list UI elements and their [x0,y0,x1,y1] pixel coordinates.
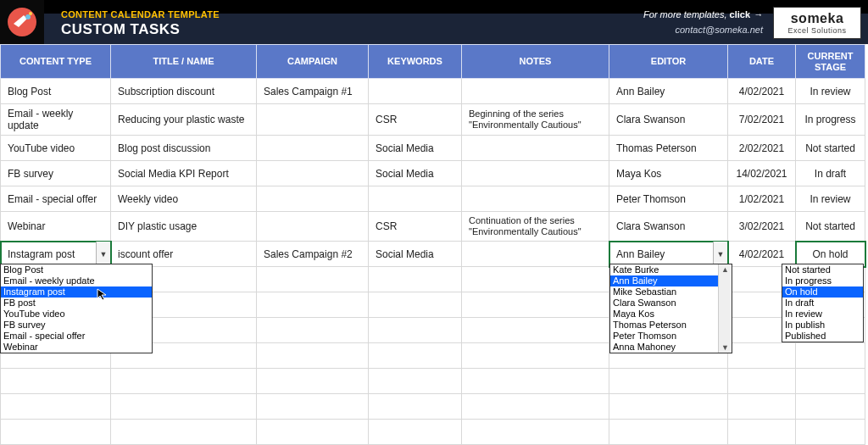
table-cell[interactable] [111,394,257,420]
table-cell[interactable]: In review [796,79,865,104]
table-cell[interactable]: Reducing your plastic waste [111,104,257,136]
table-cell[interactable] [462,242,609,267]
dropdown-option[interactable]: Mike Sebastian [610,286,718,298]
col-title[interactable]: TITLE / NAME [111,45,257,79]
table-cell[interactable]: Blog post discussion [111,136,257,161]
dropdown-option[interactable]: Peter Thomson [610,331,718,342]
table-cell[interactable]: Social Media [369,136,462,161]
table-cell[interactable]: 2/02/2021 [728,136,796,161]
table-cell[interactable] [462,79,609,104]
dropdown-option[interactable]: On hold [782,286,863,298]
table-cell[interactable]: Clara Swanson [609,212,728,242]
table-cell[interactable] [111,369,257,394]
table-cell[interactable] [796,420,865,445]
table-cell[interactable] [462,343,609,369]
table-cell[interactable] [1,420,111,445]
table-cell[interactable] [609,394,728,420]
dropdown-editor[interactable]: ▲ ▼ Kate BurkeAnn BaileyMike SebastianCl… [609,264,732,353]
table-row-empty[interactable] [1,394,865,420]
table-cell[interactable] [369,318,462,343]
table-cell[interactable]: Sales Campaign #2 [257,242,369,267]
dropdown-option[interactable]: FB post [1,298,152,309]
table-cell[interactable]: Continuation of the series "Environmenta… [462,212,609,242]
table-cell[interactable]: Beginning of the series "Environmentally… [462,104,609,136]
table-row[interactable]: Email - weekly updateReducing your plast… [1,104,865,136]
table-cell[interactable] [609,369,728,394]
table-cell[interactable] [257,212,369,242]
table-cell[interactable] [462,318,609,343]
table-cell[interactable] [257,394,369,420]
dropdown-option[interactable]: Published [782,331,863,342]
table-cell[interactable] [728,394,796,420]
table-row[interactable]: Email - special offerWeekly videoPeter T… [1,186,865,212]
table-cell[interactable] [369,394,462,420]
table-cell[interactable]: Peter Thomson [609,186,728,212]
table-row[interactable]: YouTube videoBlog post discussionSocial … [1,136,865,161]
table-cell[interactable] [462,267,609,292]
table-cell[interactable] [1,369,111,394]
table-cell[interactable]: Thomas Peterson [609,136,728,161]
dropdown-option[interactable]: FB survey [1,320,152,331]
table-row-empty[interactable] [1,369,865,394]
dropdown-scrollbar[interactable]: ▲ ▼ [718,264,732,353]
table-cell[interactable] [257,343,369,369]
dropdown-option[interactable]: In publish [782,320,863,331]
table-cell[interactable] [257,161,369,186]
table-row-empty[interactable] [1,420,865,445]
table-cell[interactable]: 4/02/2021 [728,79,796,104]
more-templates-link[interactable]: For more templates, click→ [643,9,763,19]
table-cell[interactable] [462,292,609,318]
table-cell[interactable] [462,136,609,161]
table-cell[interactable] [257,318,369,343]
table-cell[interactable]: DIY plastic usage [111,212,257,242]
table-cell[interactable]: 7/02/2021 [728,104,796,136]
dropdown-option[interactable]: Maya Kos [610,309,718,320]
table-cell[interactable] [369,420,462,445]
table-cell[interactable] [369,292,462,318]
table-cell[interactable]: 3/02/2021 [728,212,796,242]
table-cell[interactable]: In review [796,186,865,212]
table-cell[interactable] [728,369,796,394]
table-cell[interactable]: 14/02/2021 [728,161,796,186]
table-cell[interactable] [462,369,609,394]
dropdown-option[interactable]: Not started [782,264,863,275]
table-cell[interactable]: Sales Campaign #1 [257,79,369,104]
col-stage[interactable]: CURRENT STAGE [796,45,865,79]
dropdown-option[interactable]: Anna Mahoney [610,342,718,353]
table-cell[interactable]: Social Media KPI Report [111,161,257,186]
table-row[interactable]: FB surveySocial Media KPI ReportSocial M… [1,161,865,186]
table-cell[interactable] [462,394,609,420]
table-cell[interactable]: Ann Bailey [609,79,728,104]
table-cell[interactable]: Not started [796,136,865,161]
table-cell[interactable] [257,186,369,212]
dropdown-option[interactable]: Email - weekly update [1,275,152,286]
table-row[interactable]: Blog PostSubscription discountSales Camp… [1,79,865,104]
table-cell[interactable] [369,267,462,292]
col-notes[interactable]: NOTES [462,45,609,79]
table-cell[interactable] [257,369,369,394]
table-cell[interactable] [369,79,462,104]
table-cell[interactable]: Not started [796,212,865,242]
table-cell[interactable] [796,343,865,369]
tasks-table[interactable]: CONTENT TYPE TITLE / NAME CAMPAIGN KEYWO… [0,44,865,445]
table-cell[interactable]: CSR [369,104,462,136]
table-cell[interactable]: In progress [796,104,865,136]
table-cell[interactable]: Maya Kos [609,161,728,186]
table-cell[interactable] [728,343,796,369]
table-cell[interactable]: Webinar [1,212,111,242]
table-cell[interactable]: In draft [796,161,865,186]
table-row[interactable]: WebinarDIY plastic usageCSRContinuation … [1,212,865,242]
table-cell[interactable]: Social Media [369,161,462,186]
table-cell[interactable] [462,161,609,186]
dropdown-option[interactable]: In draft [782,298,863,309]
brand-box[interactable]: someka Excel Solutions [773,7,861,39]
table-cell[interactable] [257,267,369,292]
table-cell[interactable] [462,186,609,212]
table-cell[interactable]: Weekly video [111,186,257,212]
table-cell[interactable] [1,394,111,420]
table-cell[interactable]: 1/02/2021 [728,186,796,212]
dropdown-option[interactable]: In progress [782,275,863,286]
dropdown-option[interactable]: Blog Post [1,264,152,275]
table-cell[interactable]: FB survey [1,161,111,186]
table-cell[interactable] [462,420,609,445]
